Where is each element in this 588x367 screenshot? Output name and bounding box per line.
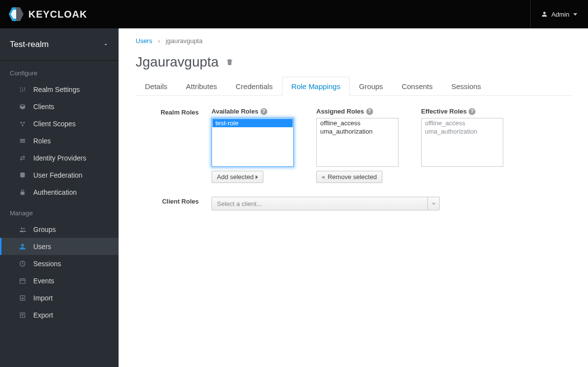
assigned-roles-label: Assigned Roles (316, 108, 364, 115)
help-icon[interactable]: ? (260, 108, 267, 115)
add-selected-button[interactable]: Add selected (212, 171, 263, 183)
nav-label: Authentication (19, 188, 77, 196)
svg-point-5 (22, 124, 24, 126)
cube-icon (19, 103, 26, 110)
nav-clients[interactable]: Clients (0, 98, 118, 115)
remove-selected-label: Remove selected (328, 173, 376, 181)
svg-rect-10 (20, 278, 25, 283)
effective-roles-listbox: offline_access uma_authorization (421, 118, 503, 167)
role-option: offline_access (422, 119, 502, 127)
chevron-left-double-icon: « (322, 174, 326, 181)
remove-selected-button[interactable]: « Remove selected (316, 171, 382, 183)
nav-roles[interactable]: Roles (0, 132, 118, 149)
user-icon (541, 11, 547, 17)
nav-label: Realm Settings (19, 86, 80, 93)
page-title: Jgauravgupta (136, 54, 571, 70)
chevron-down-icon (573, 13, 577, 16)
nav-realm-settings[interactable]: Realm Settings (0, 81, 118, 98)
breadcrumb-current: jgauravgupta (166, 37, 203, 45)
account-menu[interactable]: Admin (530, 0, 577, 28)
help-icon[interactable]: ? (469, 108, 475, 115)
tab-sessions[interactable]: Sessions (442, 77, 491, 96)
assigned-roles-listbox[interactable]: offline_access uma_authorization (316, 118, 399, 167)
available-roles-listbox[interactable]: test-role (212, 118, 294, 167)
svg-point-4 (23, 121, 25, 123)
tab-attributes[interactable]: Attributes (177, 77, 226, 96)
import-icon (19, 295, 26, 301)
breadcrumb-root-link[interactable]: Users (136, 37, 152, 45)
calendar-icon (19, 277, 26, 284)
tab-credentials[interactable]: Credentials (226, 77, 282, 96)
client-select[interactable]: Select a client... (212, 197, 440, 210)
page-title-text: Jgauravgupta (136, 54, 219, 70)
chevron-right-icon (256, 175, 258, 179)
nav-label: Identity Providers (19, 154, 86, 162)
delete-user-button[interactable] (226, 54, 234, 70)
nav-user-federation[interactable]: User Federation (0, 166, 118, 184)
clock-icon (19, 260, 26, 267)
realm-name: Test-realm (10, 40, 48, 49)
sliders-icon (19, 86, 26, 93)
effective-roles-label: Effective Roles (421, 108, 467, 115)
nav-identity-providers[interactable]: Identity Providers (0, 149, 118, 166)
exchange-icon (19, 155, 26, 161)
svg-point-7 (21, 227, 23, 229)
breadcrumb-separator: › (154, 37, 164, 45)
nav-groups[interactable]: Groups (0, 221, 118, 238)
section-configure: Configure (0, 61, 118, 81)
tab-details[interactable]: Details (136, 77, 177, 96)
nav-export[interactable]: Export (0, 306, 118, 323)
scopes-icon (19, 120, 26, 127)
nav-authentication[interactable]: Authentication (0, 184, 118, 201)
role-option[interactable]: offline_access (317, 119, 398, 127)
nav-client-scopes[interactable]: Client Scopes (0, 115, 118, 132)
client-roles-label: Client Roles (136, 197, 212, 210)
sidebar: Test-realm Configure Realm Settings Clie… (0, 28, 118, 367)
nav-import[interactable]: Import (0, 289, 118, 306)
breadcrumb: Users › jgauravgupta (136, 37, 571, 45)
dropdown-caret (427, 197, 439, 210)
export-icon (19, 312, 26, 319)
svg-point-8 (23, 228, 24, 229)
list-icon (19, 138, 26, 144)
help-icon[interactable]: ? (366, 108, 373, 115)
available-roles-label: Available Roles (212, 108, 259, 115)
svg-point-3 (20, 121, 22, 123)
client-select-placeholder: Select a client... (217, 200, 262, 207)
chevron-down-icon (103, 42, 109, 47)
brand-text: KEYCLOAK (28, 9, 87, 20)
section-manage: Manage (0, 201, 118, 221)
trash-icon (226, 58, 234, 67)
role-option[interactable]: test-role (212, 119, 293, 127)
nav-label: User Federation (19, 171, 82, 179)
keycloak-hex-icon (9, 7, 24, 21)
role-option: uma_authorization (422, 127, 502, 136)
chevron-down-icon (432, 202, 436, 206)
user-icon (19, 243, 26, 250)
account-label: Admin (551, 11, 569, 18)
tab-groups[interactable]: Groups (350, 77, 392, 96)
tab-role-mappings[interactable]: Role Mappings (282, 77, 350, 96)
nav-users[interactable]: Users (0, 238, 118, 255)
keycloak-logo[interactable]: KEYCLOAK (9, 7, 87, 21)
users-icon (19, 226, 26, 233)
add-selected-label: Add selected (217, 173, 254, 181)
database-icon (19, 172, 26, 179)
nav-events[interactable]: Events (0, 272, 118, 289)
realm-roles-label: Realm Roles (136, 108, 212, 183)
realm-selector[interactable]: Test-realm (0, 28, 118, 61)
role-option[interactable]: uma_authorization (317, 127, 398, 136)
nav-sessions[interactable]: Sessions (0, 255, 118, 272)
lock-icon (19, 189, 26, 196)
tab-consents[interactable]: Consents (392, 77, 442, 96)
nav-label: Client Scopes (19, 120, 75, 128)
user-tabs: Details Attributes Credentials Role Mapp… (136, 77, 571, 96)
